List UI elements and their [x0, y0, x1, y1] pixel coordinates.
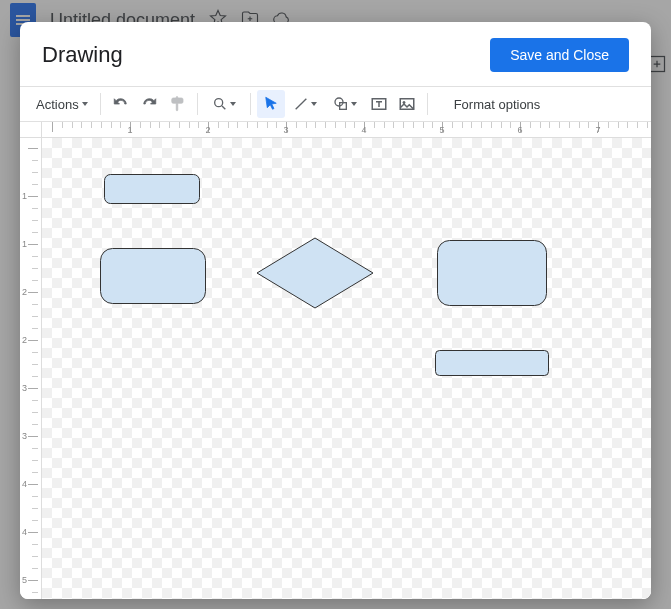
drawing-modal: Drawing Save and Close Actions	[20, 22, 651, 599]
ruler-h-number: 3	[283, 125, 288, 135]
ruler-v-number: 1	[22, 191, 27, 201]
ruler-h-number: 1	[127, 125, 132, 135]
drawing-toolbar: Actions	[20, 86, 651, 122]
zoom-menu[interactable]	[204, 90, 244, 118]
ruler-v-number: 2	[22, 335, 27, 345]
ruler-corner	[20, 122, 42, 138]
toolbar-separator	[250, 93, 251, 115]
select-tool[interactable]	[257, 90, 285, 118]
shape-tool[interactable]	[325, 90, 365, 118]
round-rect-shape[interactable]	[104, 174, 200, 204]
ruler-v-number: 2	[22, 287, 27, 297]
ruler-h-number: 4	[361, 125, 366, 135]
save-and-close-button[interactable]: Save and Close	[490, 38, 629, 72]
diamond-shape[interactable]	[257, 238, 373, 308]
modal-title: Drawing	[42, 42, 123, 68]
ruler-v-number: 4	[22, 479, 27, 489]
image-tool[interactable]	[393, 90, 421, 118]
svg-rect-7	[105, 175, 200, 204]
svg-rect-10	[438, 241, 547, 306]
ruler-h-number: 6	[517, 125, 522, 135]
chevron-down-icon	[351, 102, 357, 106]
ruler-vertical: 1122334455	[20, 138, 42, 599]
toolbar-separator	[427, 93, 428, 115]
chevron-down-icon	[230, 102, 236, 106]
round-rect-shape[interactable]	[435, 350, 549, 376]
ruler-h-number: 7	[595, 125, 600, 135]
undo-button[interactable]	[107, 90, 135, 118]
textbox-tool[interactable]	[365, 90, 393, 118]
actions-menu[interactable]: Actions	[30, 93, 94, 116]
format-options-button[interactable]: Format options	[448, 93, 547, 116]
canvas-area: 1234567 1122334455	[20, 122, 651, 599]
toolbar-separator	[100, 93, 101, 115]
chevron-down-icon	[82, 102, 88, 106]
round-rect-shape[interactable]	[100, 248, 206, 304]
ruler-horizontal: 1234567	[42, 122, 651, 138]
ruler-v-number: 3	[22, 383, 27, 393]
toolbar-separator	[197, 93, 198, 115]
line-tool[interactable]	[285, 90, 325, 118]
ruler-v-number: 3	[22, 431, 27, 441]
actions-label: Actions	[36, 97, 79, 112]
svg-rect-8	[101, 249, 206, 304]
paint-format-button[interactable]	[163, 90, 191, 118]
ruler-v-number: 4	[22, 527, 27, 537]
modal-header: Drawing Save and Close	[20, 22, 651, 86]
ruler-v-number: 1	[22, 239, 27, 249]
round-rect-shape[interactable]	[437, 240, 547, 306]
redo-button[interactable]	[135, 90, 163, 118]
drawing-canvas[interactable]	[42, 138, 651, 599]
svg-marker-9	[257, 238, 373, 308]
svg-rect-11	[436, 351, 549, 376]
svg-point-1	[214, 99, 222, 107]
ruler-h-number: 5	[439, 125, 444, 135]
ruler-h-number: 2	[205, 125, 210, 135]
ruler-v-number: 5	[22, 575, 27, 585]
chevron-down-icon	[311, 102, 317, 106]
